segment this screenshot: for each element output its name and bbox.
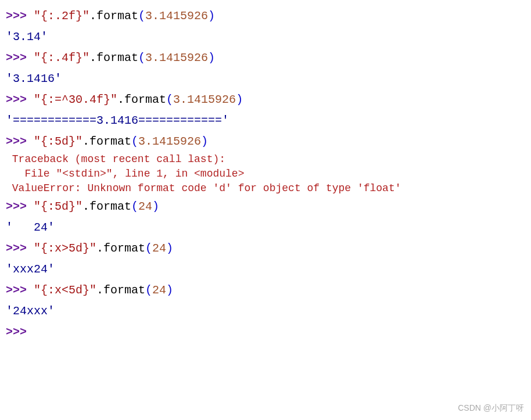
code-token-dot-call: . [89, 9, 96, 23]
output-line: '3.14' [6, 27, 525, 48]
code-token-method: format [89, 200, 131, 213]
code-token-paren: ( [131, 200, 138, 213]
code-token-string: "{:5d}" [34, 200, 82, 213]
code-token-number: 3.1415926 [145, 9, 208, 23]
input-line: >>> "{:5d}".format(3.1415926) [6, 131, 525, 152]
output-line: ' 24' [6, 217, 525, 238]
code-token-method: format [96, 9, 138, 23]
input-line: >>> "{:.2f}".format(3.1415926) [6, 6, 525, 27]
code-token-paren: ) [166, 283, 173, 297]
output-line: '3.1416' [6, 69, 525, 89]
repl-prompt: >>> [6, 242, 34, 255]
repl-prompt: >>> [6, 200, 34, 213]
code-token-paren: ) [208, 9, 215, 23]
error-line: File "<stdin>", line 1, in <module> [6, 167, 525, 181]
code-token-string: "{:x>5d}" [34, 242, 96, 255]
input-line: >>> "{:x<5d}".format(24) [6, 280, 525, 301]
error-line: ValueError: Unknown format code 'd' for … [6, 181, 525, 196]
code-token-method: format [96, 51, 138, 64]
repl-prompt: >>> [6, 283, 34, 297]
input-line: >>> [6, 322, 525, 343]
code-token-paren: ( [145, 242, 152, 255]
code-token-method: format [89, 135, 131, 148]
code-token-number: 24 [152, 283, 166, 297]
code-token-paren: ( [145, 283, 152, 297]
code-token-method: format [103, 283, 145, 297]
code-token-paren: ( [166, 93, 173, 106]
error-line: Traceback (most recent call last): [6, 152, 525, 167]
code-token-dot-call: . [82, 200, 89, 213]
input-line: >>> "{:5d}".format(24) [6, 196, 525, 217]
input-line: >>> "{:=^30.4f}".format(3.1415926) [6, 89, 525, 110]
code-token-method: format [124, 93, 166, 106]
code-token-number: 3.1415926 [145, 51, 208, 64]
python-repl-terminal[interactable]: >>> "{:.2f}".format(3.1415926)'3.14'>>> … [6, 6, 525, 343]
code-token-number: 3.1415926 [173, 93, 236, 106]
code-token-number: 24 [138, 200, 152, 213]
code-token-paren: ) [236, 93, 243, 106]
code-token-number: 3.1415926 [138, 135, 201, 148]
code-token-paren: ) [208, 51, 215, 64]
code-token-string: "{:.2f}" [34, 9, 89, 23]
input-line: >>> "{:.4f}".format(3.1415926) [6, 48, 525, 69]
code-token-paren: ( [138, 51, 145, 64]
code-token-paren: ) [166, 242, 173, 255]
watermark-text: CSDN @小阿丁呀 [458, 401, 524, 415]
output-line: '24xxx' [6, 301, 525, 322]
repl-prompt: >>> [6, 51, 34, 64]
repl-prompt: >>> [6, 9, 34, 23]
repl-prompt: >>> [6, 325, 34, 339]
code-token-dot-call: . [96, 283, 103, 297]
code-token-dot-call: . [117, 93, 124, 106]
code-token-string: "{:x<5d}" [34, 283, 96, 297]
code-token-dot-call: . [96, 242, 103, 255]
repl-prompt: >>> [6, 135, 34, 148]
code-token-paren: ) [201, 135, 208, 148]
code-token-string: "{:5d}" [34, 135, 82, 148]
input-line: >>> "{:x>5d}".format(24) [6, 238, 525, 259]
output-line: '============3.1416============' [6, 110, 525, 131]
code-token-string: "{:=^30.4f}" [34, 93, 117, 106]
code-token-method: format [103, 242, 145, 255]
code-token-paren: ( [138, 9, 145, 23]
code-token-dot-call: . [89, 51, 96, 64]
output-line: 'xxx24' [6, 259, 525, 280]
code-token-dot-call: . [82, 135, 89, 148]
code-token-string: "{:.4f}" [34, 51, 89, 64]
code-token-paren: ( [131, 135, 138, 148]
repl-prompt: >>> [6, 93, 34, 106]
code-token-number: 24 [152, 242, 166, 255]
code-token-paren: ) [152, 200, 159, 213]
